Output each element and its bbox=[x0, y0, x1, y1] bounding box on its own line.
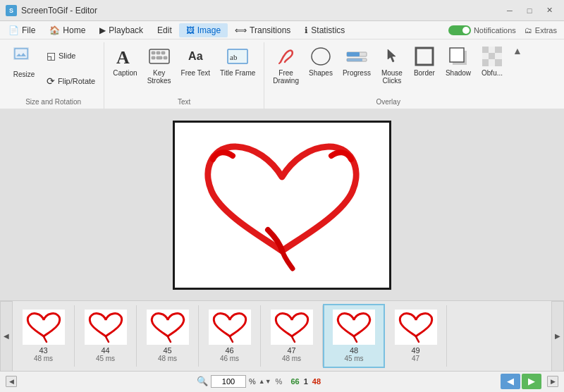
frame-43-label: 43 bbox=[39, 346, 47, 355]
border-button[interactable]: Border bbox=[409, 44, 440, 78]
free-drawing-button[interactable]: Free Drawing bbox=[269, 44, 303, 86]
heart-drawing bbox=[183, 131, 381, 279]
overlay-content: Free Drawing Shapes bbox=[269, 44, 508, 97]
notifications-label: Notifications bbox=[474, 26, 516, 35]
timeline-scroll-right[interactable]: ▶ bbox=[551, 301, 564, 372]
frame-ms: 48 bbox=[312, 377, 321, 386]
frame-44-thumbnail bbox=[85, 310, 127, 345]
title-frame-button[interactable]: ab Title Frame bbox=[216, 44, 259, 78]
svg-rect-9 bbox=[164, 56, 167, 59]
progress-button[interactable]: Progress bbox=[338, 44, 375, 78]
frame-47-label: 47 bbox=[287, 346, 295, 355]
timeline-frame-45[interactable]: 45 48 ms bbox=[137, 305, 199, 367]
svg-rect-24 bbox=[482, 53, 489, 59]
svg-rect-17 bbox=[416, 48, 433, 65]
file-icon: 📄 bbox=[8, 25, 19, 35]
timeline-frame-47[interactable]: 47 48 ms bbox=[261, 305, 323, 367]
free-drawing-icon bbox=[275, 45, 298, 68]
statistics-icon: ℹ bbox=[305, 25, 308, 35]
free-text-icon: Aa bbox=[184, 45, 207, 68]
caption-button[interactable]: A Caption bbox=[109, 44, 141, 78]
ribbon-group-text: A Caption Ke bbox=[104, 42, 264, 109]
timeline-frame-49[interactable]: 49 47 bbox=[385, 305, 447, 367]
svg-rect-16 bbox=[347, 59, 362, 61]
collapse-ribbon-button[interactable]: ▲ bbox=[512, 42, 523, 109]
svg-rect-26 bbox=[495, 53, 502, 59]
ribbon-group-overlay: Free Drawing Shapes bbox=[264, 42, 512, 109]
nav-prev-button[interactable]: ◀ bbox=[501, 374, 520, 389]
maximize-button[interactable]: □ bbox=[520, 4, 539, 17]
window-controls: ─ □ ✕ bbox=[501, 4, 558, 17]
zoom-input[interactable] bbox=[211, 375, 246, 388]
extras-label: Extras bbox=[535, 26, 557, 35]
obfuscate-icon bbox=[481, 45, 503, 68]
menu-bar: 📄 File 🏠 Home ▶ Playback Edit 🖼 Image ⟺ … bbox=[0, 21, 564, 39]
frame-46-thumbnail bbox=[209, 310, 251, 345]
flip-rotate-button[interactable]: ⟳ Flip/Rotate bbox=[42, 74, 99, 88]
obfuscate-button[interactable]: Obfu... bbox=[477, 44, 508, 78]
image-icon: 🖼 bbox=[186, 25, 195, 35]
title-text: ScreenToGif - Editor bbox=[21, 6, 501, 16]
frame-47-ms: 48 ms bbox=[282, 355, 301, 362]
text-label: Text bbox=[109, 97, 259, 109]
mouse-clicks-button[interactable]: Mouse Clicks bbox=[376, 44, 407, 86]
shapes-button[interactable]: Shapes bbox=[305, 44, 337, 78]
notifications-toggle[interactable] bbox=[448, 25, 471, 35]
menu-image[interactable]: 🖼 Image bbox=[179, 23, 228, 37]
frame-48-ms: 45 ms bbox=[344, 355, 363, 362]
frame-44-ms: 45 ms bbox=[96, 355, 115, 362]
ribbon-group-size-rotation: Resize ◱ Slide ⟳ Flip/Rotate Size and Ro… bbox=[3, 42, 104, 109]
status-scroll-left[interactable]: ◀ bbox=[6, 376, 17, 387]
minimize-button[interactable]: ─ bbox=[501, 4, 519, 17]
ribbon: Resize ◱ Slide ⟳ Flip/Rotate Size and Ro… bbox=[0, 39, 564, 110]
menu-statistics[interactable]: ℹ Statistics bbox=[298, 23, 352, 37]
frame-45-ms: 48 ms bbox=[158, 355, 177, 362]
transitions-icon: ⟺ bbox=[235, 25, 247, 35]
timeline-frame-48[interactable]: 48 45 ms bbox=[323, 304, 385, 368]
free-text-button[interactable]: Aa Free Text bbox=[177, 44, 215, 78]
svg-rect-27 bbox=[482, 59, 489, 66]
main-area bbox=[0, 110, 564, 300]
svg-rect-28 bbox=[489, 59, 495, 66]
border-icon bbox=[413, 45, 436, 68]
key-strokes-button[interactable]: Key Strokes bbox=[143, 44, 176, 86]
svg-rect-29 bbox=[495, 59, 502, 66]
menu-transitions[interactable]: ⟺ Transitions bbox=[228, 23, 298, 37]
timeline-frame-43[interactable]: 43 48 ms bbox=[13, 305, 75, 367]
svg-rect-22 bbox=[489, 47, 495, 53]
size-rotation-label: Size and Rotation bbox=[7, 97, 99, 109]
flip-rotate-icon: ⟳ bbox=[47, 75, 55, 87]
extras-icon: 🗂 bbox=[525, 26, 532, 35]
frame-48-label: 48 bbox=[350, 346, 358, 355]
frame-46-ms: 46 ms bbox=[220, 355, 239, 362]
size-rotation-content: Resize ◱ Slide ⟳ Flip/Rotate bbox=[7, 44, 99, 97]
close-button[interactable]: ✕ bbox=[540, 4, 558, 17]
frame-count: 66 bbox=[290, 377, 299, 386]
zoom-up-icon: ▲▼ bbox=[259, 378, 271, 385]
zoom-label: % bbox=[276, 377, 283, 386]
free-drawing-label: Free Drawing bbox=[273, 69, 299, 85]
svg-text:A: A bbox=[116, 47, 130, 68]
title-bar: S ScreenToGif - Editor ─ □ ✕ bbox=[0, 0, 564, 21]
shadow-icon bbox=[447, 45, 470, 68]
menu-playback[interactable]: ▶ Playback bbox=[92, 23, 150, 37]
menu-file[interactable]: 📄 File bbox=[1, 23, 42, 37]
canvas-area bbox=[0, 110, 564, 300]
shadow-button[interactable]: Shadow bbox=[441, 44, 475, 78]
timeline-scroll-left[interactable]: ◀ bbox=[0, 301, 13, 372]
frame-45-thumbnail bbox=[147, 310, 189, 345]
timeline-frame-46[interactable]: 46 46 ms bbox=[199, 305, 261, 367]
menu-home[interactable]: 🏠 Home bbox=[42, 23, 92, 37]
text-content: A Caption Ke bbox=[109, 44, 259, 97]
app-icon: S bbox=[6, 5, 17, 16]
status-scroll-right[interactable]: ▶ bbox=[547, 376, 558, 387]
frame-43-thumbnail bbox=[23, 310, 65, 345]
status-bar: ◀ 🔍 % ▲▼ % 66 1 48 ◀ ▶ ▶ bbox=[0, 371, 564, 391]
slide-button[interactable]: ◱ Slide bbox=[42, 49, 99, 63]
resize-button[interactable]: Resize bbox=[7, 44, 41, 80]
timeline: ◀ 43 48 ms 44 45 ms bbox=[0, 300, 564, 371]
svg-text:ab: ab bbox=[230, 53, 238, 61]
timeline-frame-44[interactable]: 44 45 ms bbox=[75, 305, 137, 367]
nav-next-button[interactable]: ▶ bbox=[522, 374, 541, 389]
menu-edit[interactable]: Edit bbox=[150, 23, 179, 37]
